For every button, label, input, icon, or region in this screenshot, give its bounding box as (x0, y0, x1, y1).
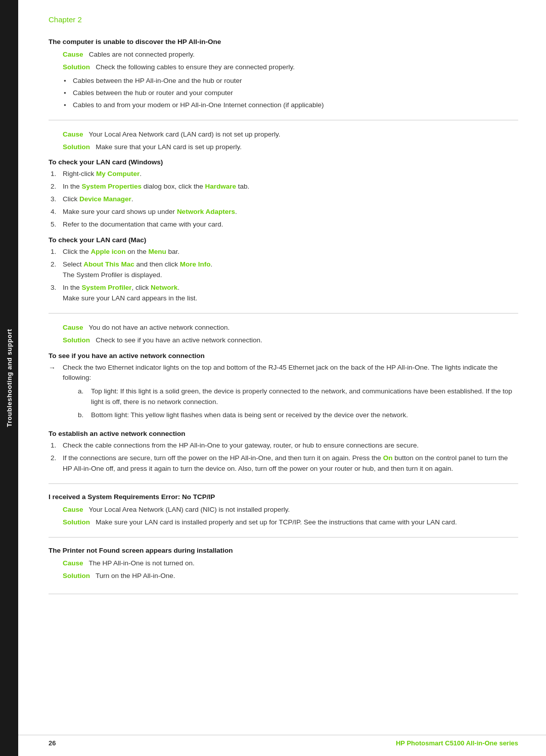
lan-mac-block: To check your LAN card (Mac) 1. Click th… (49, 236, 518, 304)
hardware-link: Hardware (205, 183, 236, 190)
printer-solution-label: Solution (63, 572, 90, 580)
establish-steps: 1. Check the cable connections from the … (49, 440, 518, 474)
on-button-link: On (383, 454, 393, 462)
step-item: 3. Click Device Manager. (49, 194, 518, 205)
solution3-label: Solution (63, 336, 90, 344)
printer-cause-label: Cause (63, 559, 83, 567)
heading-computer-unable: The computer is unable to discover the H… (49, 38, 518, 46)
bottom-divider (49, 594, 518, 594)
establish-connection-heading: To establish an active network connectio… (49, 430, 518, 437)
printer-cause-line: Cause The HP All-in-One is not turned on… (63, 558, 518, 569)
sys-cause-text: Your Local Area Network (LAN) card (NIC)… (89, 506, 290, 513)
more-info-link: More Info (180, 260, 211, 268)
divider (49, 483, 518, 484)
cable-bullet-list: Cables between the HP All-in-One and the… (64, 76, 518, 111)
about-this-mac-link: About This Mac (83, 260, 134, 268)
system-profiler-displayed: The System Profiler is displayed. (63, 271, 162, 279)
cause2-line: Cause Your Local Area Network card (LAN … (63, 129, 518, 140)
solution2-line: Solution Make sure that your LAN card is… (63, 142, 518, 153)
page-number: 26 (49, 739, 56, 747)
step-item: 1. Click the Apple icon on the Menu bar. (49, 247, 518, 257)
step-item: 2. If the connections are secure, turn o… (49, 453, 518, 474)
solution1-line: Solution Check the following cables to e… (63, 62, 518, 73)
sidebar: Troubleshooting and support (0, 0, 18, 756)
arrow-symbol: → (49, 363, 63, 424)
sys-cause-line: Cause Your Local Area Network (LAN) card… (63, 505, 518, 515)
step-item: 3. In the System Profiler, click Network… (49, 283, 518, 304)
apple-icon-link: Apple icon (91, 248, 126, 255)
device-manager-link: Device Manager (79, 195, 131, 203)
solution3-line: Solution Check to see if you have an act… (63, 335, 518, 346)
product-name: HP Photosmart C5100 All-in-One series (396, 739, 518, 747)
printer-cause-text: The HP All-in-One is not turned on. (89, 559, 195, 567)
step-item: 1. Right-click My Computer. (49, 169, 518, 180)
active-connection-block: To see if you have an active network con… (49, 352, 518, 424)
lan-windows-heading: To check your LAN card (Windows) (49, 158, 518, 166)
section-system-error: I received a System Requirements Error: … (49, 493, 518, 528)
cause1-line: Cause Cables are not connected properly. (63, 50, 518, 60)
establish-connection-block: To establish an active network connectio… (49, 430, 518, 474)
sys-solution-label: Solution (63, 518, 90, 526)
sub-list-item: a. Top light: If this light is a solid g… (78, 386, 518, 408)
network-adapters-link: Network Adapters (177, 208, 235, 215)
sub-list-item: b. Bottom light: This yellow light flash… (78, 410, 518, 421)
step-item: 5. Refer to the documentation that came … (49, 219, 518, 230)
cause1-text: Cables are not connected properly. (89, 51, 195, 58)
cause3-line: Cause You do not have an active network … (63, 323, 518, 333)
lan-card-list-note: Make sure your LAN card appears in the l… (63, 294, 197, 302)
divider (49, 537, 518, 538)
arrow-text: Check the two Ethernet indicator lights … (63, 363, 518, 424)
lan-windows-steps: 1. Right-click My Computer. 2. In the Sy… (49, 169, 518, 230)
section-computer-unable: The computer is unable to discover the H… (49, 38, 518, 474)
chapter-header: Chapter 2 (49, 15, 518, 24)
divider (49, 120, 518, 120)
solution1-label: Solution (63, 63, 90, 71)
cause1-label: Cause (63, 51, 83, 58)
solution3-text: Check to see if you have an active netwo… (96, 336, 262, 344)
cause2-text: Your Local Area Network card (LAN card) … (89, 130, 281, 138)
sys-solution-line: Solution Make sure your LAN card is inst… (63, 517, 518, 528)
solution2-text: Make sure that your LAN card is set up p… (96, 143, 242, 151)
page-footer: 26 HP Photosmart C5100 All-in-One series (18, 735, 546, 747)
system-profiler-link: System Profiler (82, 284, 132, 291)
sidebar-label: Troubleshooting and support (6, 329, 13, 427)
printer-solution-text: Turn on the HP All-in-One. (96, 572, 175, 580)
arrow-item: → Check the two Ethernet indicator light… (49, 363, 518, 424)
heading-system-error: I received a System Requirements Error: … (49, 493, 518, 501)
section-printer-not-found: The Printer not Found screen appears dur… (49, 547, 518, 582)
bullet-item: Cables to and from your modem or HP All-… (64, 100, 518, 111)
bullet-item: Cables between the HP All-in-One and the… (64, 76, 518, 86)
system-properties-link: System Properties (82, 183, 142, 190)
bullet-item: Cables between the hub or router and you… (64, 88, 518, 99)
my-computer-link: My Computer (96, 170, 140, 177)
sys-cause-label: Cause (63, 506, 83, 513)
solution2-label: Solution (63, 143, 90, 151)
network-link: Network (151, 284, 177, 291)
cause3-label: Cause (63, 324, 83, 331)
cause2-label: Cause (63, 130, 83, 138)
heading-printer-not-found: The Printer not Found screen appears dur… (49, 547, 518, 554)
cause3-text: You do not have an active network connec… (89, 324, 230, 331)
menu-link: Menu (149, 248, 166, 255)
active-connection-heading: To see if you have an active network con… (49, 352, 518, 360)
step-item: 4. Make sure your card shows up under Ne… (49, 207, 518, 217)
lan-mac-heading: To check your LAN card (Mac) (49, 236, 518, 244)
step-item: 1. Check the cable connections from the … (49, 440, 518, 451)
step-item: 2. In the System Properties dialog box, … (49, 182, 518, 192)
solution1-text: Check the following cables to ensure the… (96, 63, 295, 71)
divider (49, 313, 518, 314)
page-container: Troubleshooting and support Chapter 2 Th… (0, 0, 546, 756)
printer-solution-line: Solution Turn on the HP All-in-One. (63, 571, 518, 582)
lan-mac-steps: 1. Click the Apple icon on the Menu bar.… (49, 247, 518, 304)
sys-solution-text: Make sure your LAN card is installed pro… (96, 518, 457, 526)
main-content: Chapter 2 The computer is unable to disc… (18, 0, 546, 624)
lan-windows-block: To check your LAN card (Windows) 1. Righ… (49, 158, 518, 230)
sub-letter-list: a. Top light: If this light is a solid g… (78, 386, 518, 421)
step-item: 2. Select About This Mac and then click … (49, 259, 518, 281)
